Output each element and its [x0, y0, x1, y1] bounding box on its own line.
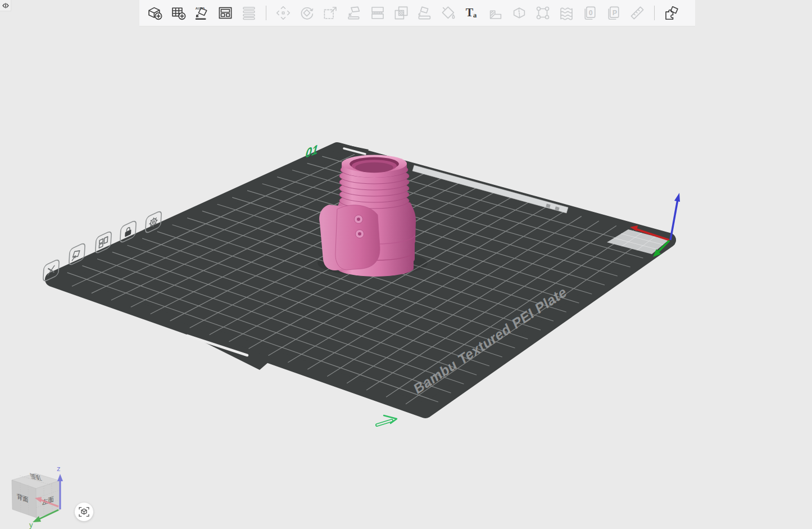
- lock-plate-icon: [125, 227, 131, 237]
- navigation-cube[interactable]: 顶面 背面 左面 z y: [12, 464, 63, 529]
- cube-z-label: z: [57, 464, 61, 473]
- model-bracket: [319, 205, 380, 270]
- viewport-3d[interactable]: Bambu Textured PEI Plate 01: [0, 0, 812, 529]
- fit-view-button[interactable]: [75, 503, 93, 521]
- plate-front-arrow-icon: [377, 415, 397, 425]
- application-window: AUTOTa0P: [0, 0, 812, 529]
- z-axis-arrow: [670, 200, 678, 240]
- orient-plate-icon: [72, 249, 80, 260]
- fit-view-cube-icon: [79, 507, 89, 517]
- cube-y-label: y: [29, 521, 33, 529]
- model-bore: [355, 162, 393, 173]
- arrange-plate-icon: [99, 237, 107, 248]
